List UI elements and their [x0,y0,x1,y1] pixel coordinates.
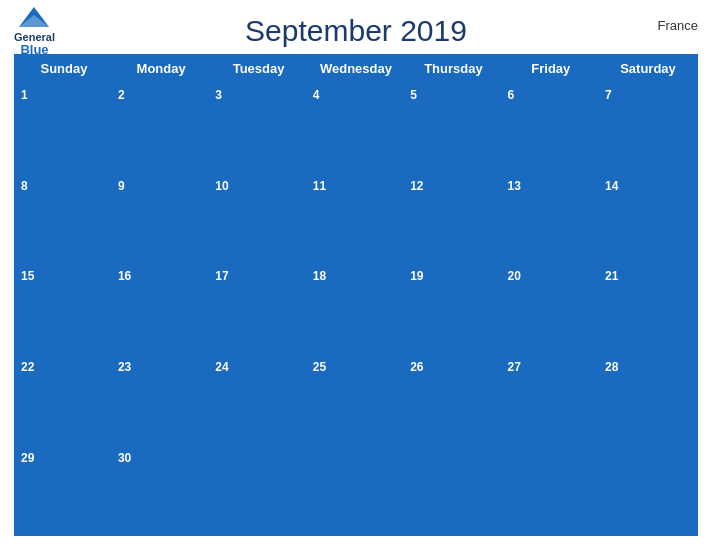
logo-icon [14,5,54,31]
calendar-day-cell: 25 [307,354,404,445]
date-number: 12 [410,179,423,193]
date-number: 8 [21,179,28,193]
calendar-day-cell: 17 [210,263,307,354]
header-tuesday: Tuesday [210,55,307,82]
date-number: 27 [508,360,521,374]
calendar-day-cell: 10 [210,172,307,263]
calendar-day-cell: 19 [405,263,502,354]
header-monday: Monday [112,55,209,82]
date-number: 14 [605,179,618,193]
calendar-day-cell: 2 [112,82,209,173]
date-number: 3 [215,88,222,102]
date-number: 16 [118,269,131,283]
header-sunday: Sunday [15,55,112,82]
date-number: 9 [118,179,125,193]
date-number: 28 [605,360,618,374]
date-number: 5 [410,88,417,102]
date-number: 24 [215,360,228,374]
calendar-day-cell [210,444,307,535]
date-number: 26 [410,360,423,374]
calendar-day-cell [600,444,697,535]
calendar-day-cell: 28 [600,354,697,445]
calendar-week-row: 891011121314 [15,172,697,263]
header-saturday: Saturday [600,55,697,82]
calendar-day-cell: 15 [15,263,112,354]
header-wednesday: Wednesday [307,55,404,82]
date-number: 19 [410,269,423,283]
date-number: 4 [313,88,320,102]
date-number: 11 [313,179,326,193]
calendar-day-cell: 4 [307,82,404,173]
calendar-day-cell [502,444,599,535]
calendar-day-cell: 30 [112,444,209,535]
calendar-day-cell: 26 [405,354,502,445]
calendar-week-row: 2930 [15,444,697,535]
date-number: 25 [313,360,326,374]
calendar-day-cell: 6 [502,82,599,173]
date-number: 7 [605,88,612,102]
date-number: 15 [21,269,34,283]
date-number: 17 [215,269,228,283]
calendar-day-cell [307,444,404,535]
date-number: 1 [21,88,28,102]
weekday-header-row: Sunday Monday Tuesday Wednesday Thursday… [15,55,697,82]
calendar-day-cell: 29 [15,444,112,535]
calendar-day-cell [405,444,502,535]
calendar-day-cell: 21 [600,263,697,354]
calendar-day-cell: 3 [210,82,307,173]
date-number: 30 [118,451,131,465]
calendar-day-cell: 13 [502,172,599,263]
country-label: France [658,18,698,33]
calendar-day-cell: 1 [15,82,112,173]
header-thursday: Thursday [405,55,502,82]
date-number: 21 [605,269,618,283]
date-number: 10 [215,179,228,193]
calendar-day-cell: 18 [307,263,404,354]
date-number: 22 [21,360,34,374]
calendar-day-cell: 12 [405,172,502,263]
calendar-week-row: 1234567 [15,82,697,173]
calendar-table: Sunday Monday Tuesday Wednesday Thursday… [14,54,698,536]
date-number: 20 [508,269,521,283]
calendar-day-cell: 24 [210,354,307,445]
date-number: 29 [21,451,34,465]
date-number: 6 [508,88,515,102]
calendar-day-cell: 20 [502,263,599,354]
calendar-day-cell: 27 [502,354,599,445]
calendar-day-cell: 16 [112,263,209,354]
header-friday: Friday [502,55,599,82]
calendar-day-cell: 23 [112,354,209,445]
logo-blue: Blue [20,43,48,57]
date-number: 13 [508,179,521,193]
calendar-week-row: 22232425262728 [15,354,697,445]
calendar-title: September 2019 [245,14,467,48]
calendar-day-cell: 9 [112,172,209,263]
calendar-day-cell: 14 [600,172,697,263]
calendar-day-cell: 8 [15,172,112,263]
calendar-day-cell: 7 [600,82,697,173]
calendar-day-cell: 5 [405,82,502,173]
calendar-header: General Blue September 2019 France [14,10,698,48]
date-number: 23 [118,360,131,374]
calendar-week-row: 15161718192021 [15,263,697,354]
logo: General Blue [14,5,55,57]
calendar-day-cell: 11 [307,172,404,263]
calendar-day-cell: 22 [15,354,112,445]
date-number: 18 [313,269,326,283]
date-number: 2 [118,88,125,102]
